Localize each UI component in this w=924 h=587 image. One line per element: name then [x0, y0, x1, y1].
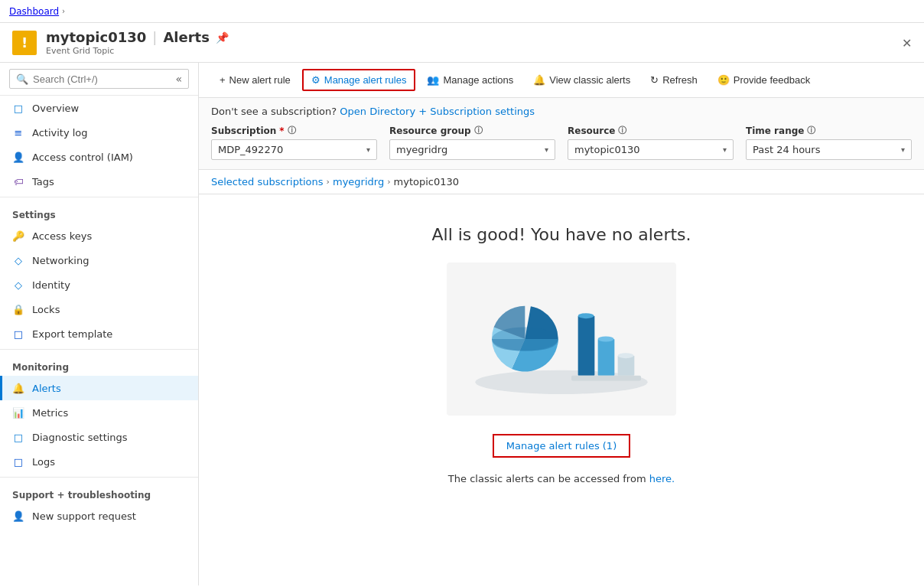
subscription-filter: Subscription * ⓘ MDP_492270 ▾	[211, 125, 377, 160]
activity-log-icon: ≡	[12, 126, 24, 139]
toolbar: + New alert rule ⚙ Manage alert rules 👥 …	[199, 63, 924, 98]
svg-point-7	[618, 353, 634, 358]
settings-section-title: Settings	[0, 197, 198, 223]
resource-group-select[interactable]: myegridrg ▾	[389, 139, 555, 160]
sidebar-item-overview[interactable]: □ Overview	[0, 96, 198, 120]
resource-header: ! mytopic0130 | Alerts 📌 Event Grid Topi…	[0, 23, 924, 63]
resource-label-text: Resource	[568, 126, 615, 136]
resource-name: mytopic0130	[46, 29, 146, 45]
svg-rect-3	[598, 339, 615, 376]
sidebar-item-alerts[interactable]: 🔔 Alerts	[0, 376, 198, 400]
bell-icon: 🔔	[533, 74, 545, 86]
breadcrumb-dashboard[interactable]: Dashboard	[9, 6, 59, 17]
sidebar-item-label: Export template	[32, 328, 112, 340]
new-alert-rule-button[interactable]: + New alert rule	[211, 70, 299, 90]
sidebar-item-logs[interactable]: □ Logs	[0, 449, 198, 474]
open-directory-link[interactable]: Open Directory + Subscription settings	[340, 106, 535, 117]
refresh-icon: ↻	[650, 74, 659, 86]
subscription-value: MDP_492270	[218, 144, 363, 155]
access-control-icon: 👤	[12, 151, 24, 163]
manage-alert-rules-link[interactable]: Manage alert rules (1)	[493, 434, 630, 458]
resource-group-label-text: Resource group	[389, 126, 471, 136]
time-range-select[interactable]: Past 24 hours ▾	[746, 139, 912, 160]
resource-group-value: myegridrg	[396, 144, 542, 155]
overview-icon: □	[12, 102, 24, 114]
sidebar-item-access-keys[interactable]: 🔑 Access keys	[0, 223, 198, 248]
sidebar-item-metrics[interactable]: 📊 Metrics	[0, 400, 198, 425]
time-range-info-icon[interactable]: ⓘ	[807, 125, 815, 136]
subscription-select[interactable]: MDP_492270 ▾	[211, 139, 377, 160]
sidebar-item-label: Networking	[32, 255, 89, 266]
pin-icon[interactable]: 📌	[216, 31, 229, 44]
time-range-label: Time range ⓘ	[746, 125, 912, 136]
search-icon: 🔍	[16, 73, 28, 85]
sidebar-item-access-control[interactable]: 👤 Access control (IAM)	[0, 145, 198, 169]
classic-alerts-link[interactable]: here.	[649, 473, 675, 484]
resource-select[interactable]: mytopic0130 ▾	[568, 139, 734, 160]
refresh-button[interactable]: ↻ Refresh	[642, 70, 706, 90]
sidebar-item-label: New support request	[32, 510, 136, 522]
no-alerts-title: All is good! You have no alerts.	[431, 225, 691, 244]
feedback-button[interactable]: 🙂 Provide feedback	[709, 70, 818, 90]
sidebar-item-tags[interactable]: 🏷 Tags	[0, 169, 198, 194]
diagnostic-icon: □	[12, 431, 24, 443]
chevron-down-icon: ▾	[901, 145, 905, 154]
close-button[interactable]: ✕	[902, 35, 912, 50]
sidebar-item-activity-log[interactable]: ≡ Activity log	[0, 120, 198, 145]
main-panel: + New alert rule ⚙ Manage alert rules 👥 …	[199, 63, 924, 585]
svg-rect-2	[578, 316, 595, 376]
search-input[interactable]	[33, 73, 171, 85]
sidebar-item-new-support-request[interactable]: 👤 New support request	[0, 504, 198, 528]
time-range-value: Past 24 hours	[753, 144, 898, 155]
manage-alert-rules-label: Manage alert rules	[324, 74, 407, 86]
resource-group-info-icon[interactable]: ⓘ	[474, 125, 483, 136]
view-classic-alerts-button[interactable]: 🔔 View classic alerts	[525, 70, 639, 90]
sidebar-item-networking[interactable]: ◇ Networking	[0, 248, 198, 272]
support-icon: 👤	[12, 510, 24, 522]
chart-illustration	[447, 263, 676, 416]
manage-alert-rules-button[interactable]: ⚙ Manage alert rules	[302, 69, 416, 91]
svg-point-6	[598, 337, 614, 342]
classic-alerts-prefix: The classic alerts can be accessed from	[448, 473, 646, 484]
sidebar-item-locks[interactable]: 🔒 Locks	[0, 297, 198, 321]
resource-icon: !	[12, 31, 37, 55]
sidebar-item-diagnostic-settings[interactable]: □ Diagnostic settings	[0, 425, 198, 449]
resource-value: mytopic0130	[574, 144, 720, 155]
path-trail: Selected subscriptions › myegridrg › myt…	[199, 170, 924, 194]
sidebar-item-label: Diagnostic settings	[32, 432, 128, 443]
locks-icon: 🔒	[12, 303, 24, 315]
path-resource-group[interactable]: myegridrg	[333, 176, 384, 188]
logs-icon: □	[12, 455, 24, 468]
monitoring-section-title: Monitoring	[0, 349, 198, 376]
manage-actions-button[interactable]: 👥 Manage actions	[418, 70, 522, 90]
title-separator: |	[152, 29, 157, 45]
search-box[interactable]: 🔍 «	[9, 69, 189, 89]
smiley-icon: 🙂	[717, 74, 730, 86]
chart-svg	[462, 278, 661, 400]
content-area: All is good! You have no alerts.	[199, 194, 924, 500]
subscription-label: Subscription * ⓘ	[211, 125, 377, 136]
resource-subtitle: Event Grid Topic	[46, 46, 229, 56]
path-selected-subscriptions[interactable]: Selected subscriptions	[211, 176, 324, 188]
sidebar-item-identity[interactable]: ◇ Identity	[0, 272, 198, 297]
feedback-label: Provide feedback	[734, 74, 810, 86]
sidebar-item-label: Overview	[32, 103, 79, 114]
breadcrumb-bar: Dashboard ›	[0, 0, 924, 23]
sidebar-item-label: Activity log	[32, 127, 88, 139]
chevron-down-icon: ▾	[723, 145, 727, 154]
resource-info-icon[interactable]: ⓘ	[618, 125, 626, 136]
resource-group-label: Resource group ⓘ	[389, 125, 555, 136]
subscription-info-icon[interactable]: ⓘ	[288, 125, 296, 136]
no-subscription-notice: Don't see a subscription? Open Directory…	[211, 106, 912, 117]
time-range-label-text: Time range	[746, 126, 804, 136]
support-section-title: Support + troubleshooting	[0, 477, 198, 504]
sidebar-item-export-template[interactable]: □ Export template	[0, 321, 198, 346]
sidebar-item-label: Logs	[32, 456, 55, 468]
main-layout: 🔍 « □ Overview ≡ Activity log 👤 Access c…	[0, 63, 924, 585]
breadcrumb: Dashboard ›	[9, 6, 65, 17]
collapse-icon[interactable]: «	[175, 73, 182, 85]
time-range-filter: Time range ⓘ Past 24 hours ▾	[746, 125, 912, 160]
svg-rect-4	[618, 356, 635, 376]
chevron-down-icon: ▾	[545, 145, 548, 154]
plus-icon: +	[220, 74, 226, 86]
